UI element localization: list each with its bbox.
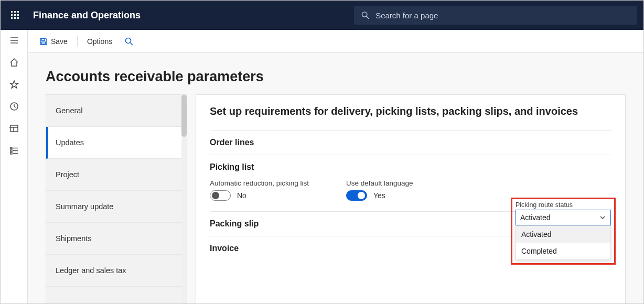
option-activated[interactable]: Activated (516, 226, 610, 243)
picking-route-status-label: Picking route status (516, 201, 611, 209)
top-navbar: Finance and Operations (1, 1, 643, 30)
star-icon[interactable] (9, 79, 19, 90)
auto-reduction-value: No (237, 191, 246, 200)
workspace-icon[interactable] (9, 123, 19, 134)
search-icon (361, 11, 369, 19)
options-button[interactable]: Options (82, 34, 117, 49)
svg-point-26 (126, 38, 131, 43)
option-completed[interactable]: Completed (516, 243, 610, 259)
action-search-button[interactable] (120, 34, 138, 49)
svg-rect-20 (10, 153, 12, 154)
svg-rect-24 (41, 38, 45, 40)
picking-route-status-options: Activated Completed (516, 225, 611, 260)
clock-icon[interactable] (9, 101, 19, 112)
sidenav-scroll-track (181, 95, 187, 304)
svg-rect-3 (11, 14, 13, 16)
svg-rect-0 (11, 11, 13, 13)
global-search-input[interactable] (375, 11, 630, 20)
sidenav-item-general[interactable]: General (46, 95, 187, 127)
sidenav-item-summary-update[interactable]: Summary update (46, 191, 187, 223)
divider (77, 36, 78, 47)
sidenav-scroll-thumb[interactable] (181, 95, 187, 137)
svg-rect-15 (10, 125, 18, 132)
svg-rect-6 (11, 17, 13, 19)
search-icon (125, 37, 133, 46)
use-default-lang-label: Use default language (346, 179, 451, 187)
svg-rect-5 (17, 14, 19, 16)
hamburger-icon[interactable] (9, 35, 19, 46)
auto-reduction-toggle[interactable] (210, 190, 231, 201)
chevron-down-icon (599, 214, 606, 221)
save-icon (39, 37, 48, 46)
sidenav-item-ledger-sales-tax[interactable]: Ledger and sales tax (46, 255, 187, 287)
sidenav: General Updates Project Summary update S… (46, 94, 187, 304)
global-search[interactable] (354, 6, 637, 25)
svg-rect-7 (14, 17, 16, 19)
sidenav-item-project[interactable]: Project (46, 159, 187, 191)
svg-rect-8 (17, 17, 19, 19)
section-picking-list[interactable]: Picking list (210, 155, 611, 179)
left-rail (1, 30, 28, 304)
form-panel: Set up requirements for delivery, pickin… (196, 94, 626, 304)
svg-rect-18 (10, 147, 12, 149)
home-icon[interactable] (9, 57, 19, 68)
modules-icon[interactable] (9, 145, 19, 156)
svg-rect-1 (14, 11, 16, 13)
app-title: Finance and Operations (33, 10, 141, 21)
save-button[interactable]: Save (34, 34, 73, 49)
panel-title: Set up requirements for delivery, pickin… (210, 105, 611, 117)
use-default-lang-toggle[interactable] (346, 190, 367, 201)
sidenav-item-updates[interactable]: Updates (46, 127, 187, 159)
picking-route-status-value: Activated (520, 213, 551, 222)
sidenav-item-shipments[interactable]: Shipments (46, 223, 187, 255)
picking-route-status-select[interactable]: Activated (516, 210, 611, 225)
svg-rect-25 (42, 42, 46, 44)
section-order-lines[interactable]: Order lines (210, 130, 611, 155)
svg-point-9 (362, 12, 367, 17)
use-default-lang-value: Yes (373, 191, 385, 200)
svg-rect-19 (10, 150, 12, 151)
svg-rect-4 (14, 14, 16, 16)
svg-rect-2 (17, 11, 19, 13)
action-bar: Save Options (28, 30, 643, 53)
svg-line-27 (131, 42, 133, 45)
svg-line-10 (367, 16, 369, 18)
page-title: Accounts receivable parameters (46, 69, 626, 85)
save-label: Save (51, 37, 68, 46)
app-launcher-icon[interactable] (7, 7, 24, 24)
auto-reduction-label: Automatic reduction, picking list (210, 179, 315, 187)
options-label: Options (87, 37, 112, 46)
picking-route-status-callout: Picking route status Activated Activated… (511, 198, 616, 265)
